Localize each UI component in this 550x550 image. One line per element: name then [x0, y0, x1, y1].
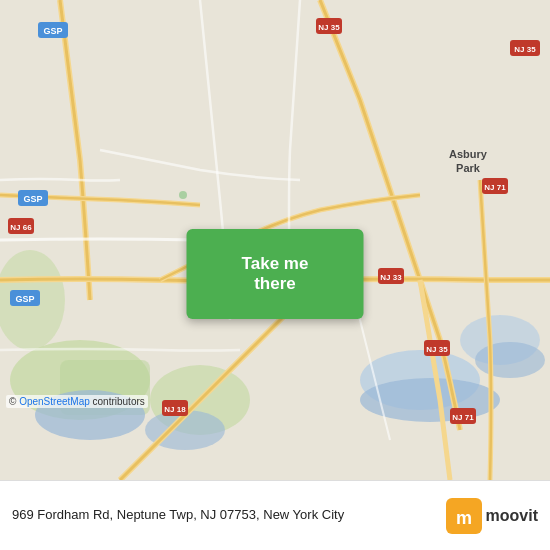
- take-me-there-button[interactable]: Take me there: [187, 229, 364, 319]
- svg-text:Asbury: Asbury: [449, 148, 488, 160]
- svg-text:NJ 71: NJ 71: [484, 183, 506, 192]
- svg-text:NJ 35: NJ 35: [426, 345, 448, 354]
- attribution-prefix: ©: [9, 396, 19, 407]
- address-text: 969 Fordham Rd, Neptune Twp, NJ 07753, N…: [12, 506, 446, 524]
- svg-text:NJ 35: NJ 35: [318, 23, 340, 32]
- svg-text:GSP: GSP: [23, 194, 42, 204]
- svg-text:m: m: [456, 508, 472, 528]
- svg-text:NJ 35: NJ 35: [514, 45, 536, 54]
- bottom-bar: 969 Fordham Rd, Neptune Twp, NJ 07753, N…: [0, 480, 550, 550]
- moovit-logo-icon: m: [446, 498, 482, 534]
- attribution-suffix: contributors: [90, 396, 145, 407]
- osm-link[interactable]: OpenStreetMap: [19, 396, 90, 407]
- svg-text:GSP: GSP: [43, 26, 62, 36]
- moovit-logo: m moovit: [446, 498, 538, 534]
- svg-text:NJ 66: NJ 66: [10, 223, 32, 232]
- svg-text:NJ 33: NJ 33: [380, 273, 402, 282]
- map-view: GSP GSP GSP NJ 35 NJ 35 NJ 66 NJ 33 NJ 3…: [0, 0, 550, 480]
- svg-text:NJ 18: NJ 18: [164, 405, 186, 414]
- svg-text:Park: Park: [456, 162, 481, 174]
- osm-attribution: © OpenStreetMap contributors: [6, 395, 148, 408]
- svg-point-10: [475, 342, 545, 378]
- svg-point-39: [179, 191, 187, 199]
- svg-text:NJ 71: NJ 71: [452, 413, 474, 422]
- svg-text:GSP: GSP: [15, 294, 34, 304]
- moovit-logo-text: moovit: [486, 507, 538, 525]
